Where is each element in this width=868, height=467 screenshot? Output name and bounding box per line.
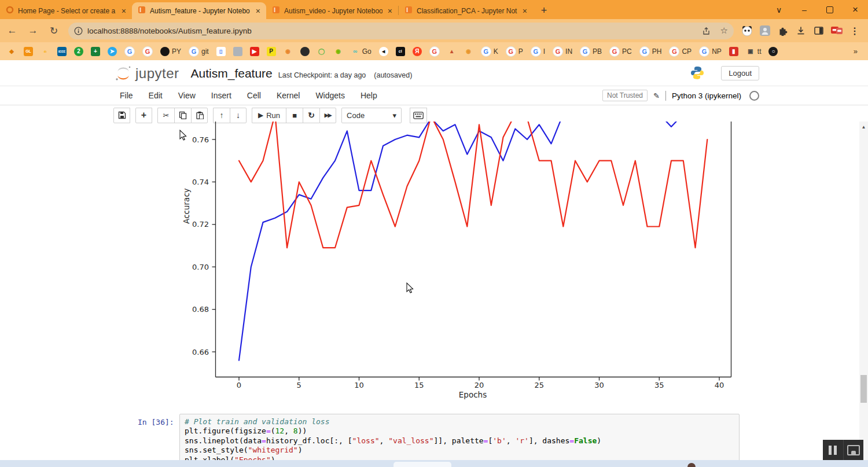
bookmark-item[interactable]: GNP	[699, 46, 722, 57]
kernel-name[interactable]: Python 3 (ipykernel)	[672, 91, 741, 100]
restore-icon[interactable]	[817, 0, 843, 19]
menu-cell[interactable]: Cell	[247, 91, 261, 100]
restart-kernel-icon[interactable]: ↻	[303, 108, 319, 123]
bookmark-item[interactable]: ∞Go	[351, 47, 372, 56]
bookmark-item[interactable]: G	[429, 46, 440, 57]
bookmark-item[interactable]: cl	[396, 47, 405, 56]
bookmark-item[interactable]	[233, 47, 242, 56]
menu-insert[interactable]: Insert	[211, 91, 231, 100]
jupyter-logo[interactable]: jupyter	[115, 65, 179, 82]
cut-cell-icon[interactable]: ✂	[157, 108, 174, 123]
bookmark-item[interactable]: ◉	[284, 47, 293, 56]
bookmark-item[interactable]: GCP	[669, 46, 692, 57]
bookmark-item[interactable]: IEEE	[57, 47, 67, 56]
bookmark-item[interactable]: GK	[481, 46, 498, 57]
minimize-icon[interactable]: –	[792, 0, 817, 19]
scrollbar-thumb[interactable]	[860, 375, 867, 403]
bookmark-item[interactable]: ➤	[108, 47, 117, 56]
command-palette-keyboard-icon[interactable]	[410, 108, 427, 123]
menu-kernel[interactable]: Kernel	[277, 91, 300, 100]
reload-icon[interactable]: ↻	[45, 22, 62, 39]
downloads-icon[interactable]	[795, 24, 807, 37]
side-panel-icon[interactable]	[812, 24, 825, 37]
bookmark-item[interactable]: ▮	[729, 47, 738, 56]
logout-button[interactable]: Logout	[721, 66, 759, 80]
tab-close-icon[interactable]: ×	[120, 6, 127, 16]
bookmark-item[interactable]: ◆	[7, 47, 16, 56]
browser-tab[interactable]: Autism_video - Jupyter Noteboo×	[266, 2, 398, 19]
bookmark-item[interactable]: PY	[160, 47, 181, 56]
tab-close-icon[interactable]: ×	[255, 6, 262, 16]
bookmark-star-icon[interactable]: ☆	[720, 25, 728, 36]
bookmark-item[interactable]: P	[267, 47, 276, 56]
bookmark-item[interactable]: []	[216, 47, 226, 56]
bookmark-item[interactable]: ◉	[464, 47, 473, 56]
panda-icon[interactable]	[741, 24, 753, 37]
bookmark-item[interactable]: ılı	[41, 47, 50, 56]
bookmark-item[interactable]: GPH	[639, 46, 662, 57]
taskbar-search-peek[interactable]	[393, 462, 451, 467]
bookmark-item[interactable]: GPB	[580, 46, 602, 57]
bookmark-item[interactable]: +	[91, 47, 100, 56]
restart-run-all-icon[interactable]: ▶▶	[319, 108, 336, 123]
bookmark-item[interactable]: Я	[413, 47, 422, 56]
bookmark-item[interactable]: GP	[506, 46, 523, 57]
forward-icon[interactable]: →	[24, 22, 42, 39]
bookmark-item[interactable]	[300, 47, 310, 56]
address-bar[interactable]: localhost:8888/notebooks/Autism_feature.…	[68, 23, 734, 39]
pause-button[interactable]	[823, 440, 843, 461]
menu-edit[interactable]: Edit	[149, 91, 163, 100]
browser-tab[interactable]: Home Page - Select or create a n×	[0, 2, 132, 19]
bookmark-item[interactable]: ◯	[317, 47, 326, 56]
browser-menu-dots-icon[interactable]: ⋮	[848, 24, 861, 37]
paste-cell-icon[interactable]	[191, 108, 208, 123]
move-cell-up-icon[interactable]: ↑	[213, 108, 230, 123]
url-text[interactable]: localhost:8888/notebooks/Autism_feature.…	[87, 27, 702, 35]
run-cell-button[interactable]: ▶Run	[252, 108, 286, 123]
bookmark-item[interactable]: GIN	[553, 46, 572, 57]
menu-file[interactable]: File	[120, 91, 133, 100]
share-icon[interactable]	[702, 27, 711, 35]
bookmark-item[interactable]: G	[142, 46, 153, 57]
extension-badge-icon[interactable]	[830, 24, 843, 37]
trust-status-button[interactable]: Not Trusted	[602, 90, 648, 101]
scrollbar-up-arrow-icon[interactable]: ▲	[859, 123, 868, 131]
extensions-puzzle-icon[interactable]	[777, 24, 789, 37]
tab-close-icon[interactable]: ×	[387, 6, 393, 16]
bookmark-item[interactable]: ▲	[447, 47, 457, 56]
code-input-area[interactable]: # Plot train and validation lossplt.figu…	[179, 414, 740, 467]
bookmark-item[interactable]: GPC	[609, 46, 632, 57]
bookmarks-overflow-chevron[interactable]: »	[854, 47, 858, 56]
bookmark-item[interactable]: GL	[24, 47, 33, 56]
bookmark-item[interactable]: ◂	[379, 47, 388, 56]
add-cell-icon[interactable]: +	[135, 108, 152, 123]
menu-view[interactable]: View	[178, 91, 196, 100]
tab-close-icon[interactable]: ×	[521, 6, 528, 16]
bookmark-item[interactable]: ▶	[250, 47, 259, 56]
picture-in-picture-button[interactable]	[843, 440, 864, 461]
browser-tab[interactable]: Autism_feature - Jupyter Notebo×	[132, 2, 266, 19]
save-icon[interactable]	[113, 108, 130, 123]
cell-type-select[interactable]: Code▾	[341, 108, 402, 123]
browser-tab[interactable]: Classification_PCA - Jupyter Not×	[399, 2, 533, 19]
menu-help[interactable]: Help	[361, 91, 377, 100]
bookmark-item[interactable]: ▣tt	[746, 47, 762, 56]
site-info-icon[interactable]	[74, 27, 83, 35]
tab-search-chevron-icon[interactable]: ∨	[766, 0, 792, 19]
bookmark-item[interactable]: 2	[74, 47, 83, 56]
profile-icon[interactable]	[759, 24, 771, 37]
interrupt-kernel-icon[interactable]: ■	[286, 108, 303, 123]
close-icon[interactable]: ×	[843, 0, 868, 19]
new-tab-button[interactable]: +	[536, 3, 551, 18]
menu-widgets[interactable]: Widgets	[315, 91, 345, 100]
bookmark-item[interactable]: Ggit	[189, 46, 209, 57]
bookmark-item[interactable]: G	[124, 46, 135, 57]
bookmark-item[interactable]: ○	[768, 47, 778, 56]
back-icon[interactable]: ←	[3, 22, 21, 39]
bookmark-item[interactable]: GI	[531, 46, 545, 57]
notebook-title[interactable]: Autism_feature	[191, 67, 273, 80]
copy-cell-icon[interactable]	[174, 108, 191, 123]
move-cell-down-icon[interactable]: ↓	[230, 108, 247, 123]
page-scrollbar[interactable]: ▲	[859, 122, 868, 460]
bookmark-item[interactable]: ◉	[334, 47, 343, 56]
